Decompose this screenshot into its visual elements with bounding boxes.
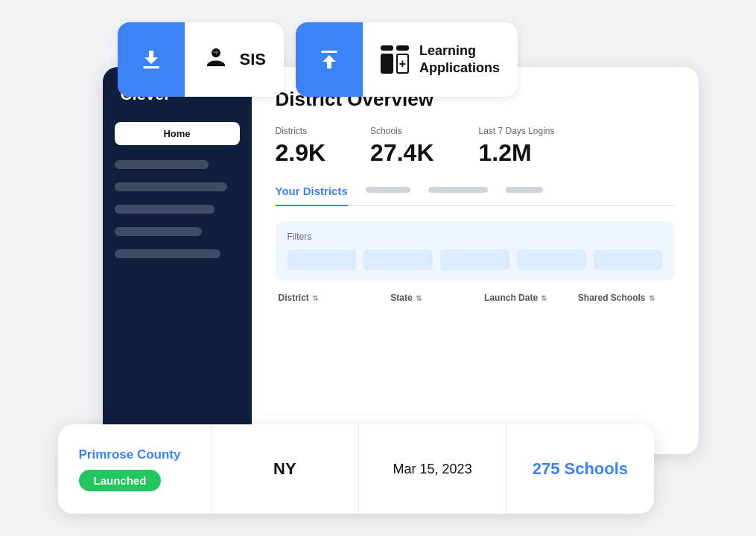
stat-logins: Last 7 Days Logins 1.2M bbox=[478, 126, 554, 167]
download-icon bbox=[138, 46, 165, 73]
sort-icon-state: ⇅ bbox=[416, 294, 422, 302]
filter-1[interactable] bbox=[288, 249, 357, 270]
stat-districts-value: 2.9K bbox=[276, 139, 326, 167]
download-icon-bg bbox=[118, 22, 185, 97]
sis-label: SIS bbox=[240, 50, 266, 69]
sidebar-nav-3[interactable] bbox=[115, 205, 215, 214]
tab-placeholder-2[interactable] bbox=[428, 187, 488, 193]
app-cell-1 bbox=[381, 45, 393, 51]
sort-icon-district: ⇅ bbox=[312, 294, 318, 302]
district-row-card: Primrose County Launched NY Mar 15, 2023… bbox=[58, 424, 654, 514]
filters-section: Filters bbox=[276, 221, 675, 281]
app-cell-3 bbox=[381, 54, 393, 74]
person-icon bbox=[203, 46, 229, 73]
tab-placeholder-3[interactable] bbox=[506, 187, 543, 193]
th-launch-date[interactable]: Launch Date ⇅ bbox=[484, 293, 578, 303]
launch-date-value: Mar 15, 2023 bbox=[393, 462, 472, 477]
th-district[interactable]: District ⇅ bbox=[279, 293, 391, 303]
apps-grid-icon: + bbox=[381, 45, 409, 74]
app-cell-plus: + bbox=[396, 54, 409, 74]
schools-cell[interactable]: 275 Schools bbox=[506, 424, 653, 514]
stat-logins-label: Last 7 Days Logins bbox=[478, 126, 554, 136]
schools-value: 275 Schools bbox=[533, 459, 628, 479]
sidebar-nav-4[interactable] bbox=[115, 227, 203, 236]
upload-icon bbox=[316, 46, 343, 73]
learning-apps-card[interactable]: + Learning Applications bbox=[296, 22, 518, 97]
district-cell[interactable]: Primrose County Launched bbox=[58, 424, 212, 514]
stat-districts: Districts 2.9K bbox=[276, 126, 326, 167]
stat-districts-label: Districts bbox=[276, 126, 326, 136]
learning-label-group: Learning Applications bbox=[419, 42, 500, 77]
sidebar: Clever Home bbox=[103, 67, 252, 454]
app-cell-2 bbox=[396, 45, 409, 51]
sidebar-nav-5[interactable] bbox=[115, 249, 221, 258]
stat-schools-value: 27.4K bbox=[370, 139, 433, 167]
filter-2[interactable] bbox=[363, 249, 433, 270]
sort-icon-shared: ⇅ bbox=[649, 294, 655, 302]
main-content: District Overview Districts 2.9K Schools… bbox=[252, 67, 699, 454]
filter-4[interactable] bbox=[517, 249, 586, 270]
th-state[interactable]: State ⇅ bbox=[390, 293, 484, 303]
learning-label-line1: Learning bbox=[419, 42, 500, 60]
filters-row bbox=[288, 249, 663, 270]
stat-logins-value: 1.2M bbox=[478, 139, 554, 167]
state-value: NY bbox=[273, 459, 296, 479]
filter-5[interactable] bbox=[594, 249, 663, 270]
state-cell[interactable]: NY bbox=[212, 424, 359, 514]
table-header: District ⇅ State ⇅ Launch Date ⇅ Shared … bbox=[276, 293, 675, 303]
learning-label-line2: Applications bbox=[419, 60, 500, 77]
top-cards-container: SIS + Learning Applications bbox=[118, 22, 518, 97]
sis-content: SIS bbox=[185, 37, 284, 82]
learning-content: + Learning Applications bbox=[363, 34, 518, 86]
dashboard-panel: Clever Home District Overview Districts … bbox=[103, 67, 699, 454]
upload-icon-bg bbox=[296, 22, 363, 97]
sis-card[interactable]: SIS bbox=[118, 22, 284, 97]
launched-badge: Launched bbox=[79, 470, 162, 491]
filter-3[interactable] bbox=[440, 249, 509, 270]
tab-your-districts[interactable]: Your Districts bbox=[276, 185, 348, 206]
home-button[interactable]: Home bbox=[115, 122, 240, 145]
filters-label: Filters bbox=[288, 232, 663, 242]
sidebar-nav-2[interactable] bbox=[115, 182, 227, 191]
sort-icon-launch: ⇅ bbox=[541, 294, 547, 302]
sidebar-nav-1[interactable] bbox=[115, 160, 209, 169]
stats-row: Districts 2.9K Schools 27.4K Last 7 Days… bbox=[276, 126, 675, 167]
tab-placeholder-1[interactable] bbox=[366, 187, 410, 193]
stat-schools: Schools 27.4K bbox=[370, 126, 433, 167]
launch-date-cell[interactable]: Mar 15, 2023 bbox=[359, 424, 506, 514]
stat-schools-label: Schools bbox=[370, 126, 433, 136]
th-shared-schools[interactable]: Shared Schools ⇅ bbox=[578, 293, 672, 303]
tabs-row: Your Districts bbox=[276, 185, 675, 206]
district-name: Primrose County bbox=[79, 447, 181, 462]
